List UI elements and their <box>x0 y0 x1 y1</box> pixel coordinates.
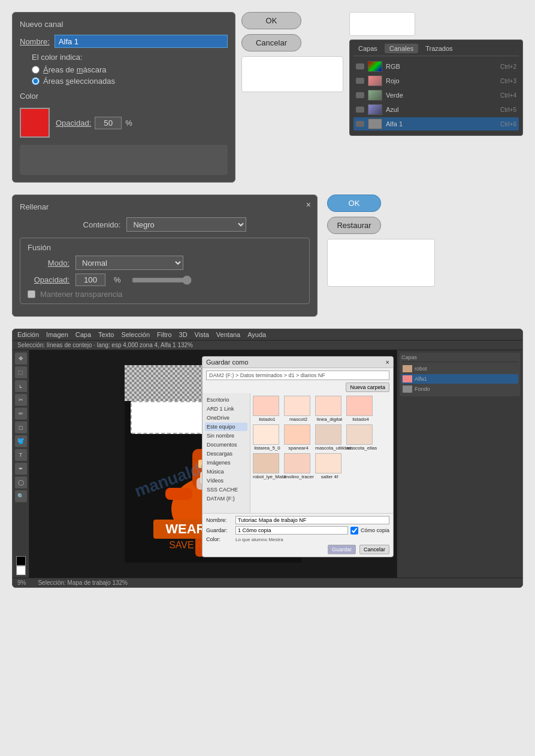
section1-nuevo-canal: Nuevo canal Nombre: El color indica: Áre… <box>12 12 523 183</box>
fd-como-copia-check[interactable] <box>350 527 358 535</box>
color-swatch[interactable] <box>20 108 50 138</box>
layer-row-2[interactable]: Alfa1 <box>401 374 518 384</box>
layer-name-1: robot <box>415 366 427 372</box>
tool-select[interactable]: ⬚ <box>15 366 27 378</box>
fd-cancelar-button[interactable]: Cancelar <box>359 545 389 554</box>
tool-brush[interactable]: ✏ <box>15 408 27 420</box>
fd-close-icon[interactable]: × <box>386 359 389 366</box>
fd-sidebar-onedrive[interactable]: OneDrive <box>205 414 247 422</box>
fd-thumb-1 <box>253 396 279 416</box>
tab-canales[interactable]: Canales <box>385 44 418 53</box>
ok-button[interactable]: OK <box>241 12 301 29</box>
tool-pen[interactable]: ✒ <box>15 463 27 475</box>
tool-text[interactable]: T <box>15 449 27 461</box>
fd-thumb-9 <box>253 453 279 473</box>
fd-sidebar-escritorio[interactable]: Escritorio <box>205 396 247 404</box>
fd-file-7[interactable]: mascota_utilidad <box>315 424 344 451</box>
fd-nombre-input[interactable] <box>235 516 389 524</box>
fd-sidebar-videos[interactable]: Vídeos <box>205 476 247 485</box>
fd-sidebar-ard[interactable]: ARD 1 Link <box>205 405 247 413</box>
opacidad-input-2[interactable] <box>75 274 105 286</box>
modo-select[interactable]: Normal <box>75 256 183 270</box>
fd-como-copia-label: Cómo copia <box>361 527 389 533</box>
menu-edicion[interactable]: Edición <box>17 331 39 338</box>
layer-thumb-3 <box>403 385 412 393</box>
fd-sidebar-sin-nombre[interactable]: Sin nombre <box>205 432 247 440</box>
color-section: Opacidad: % <box>20 105 228 138</box>
tab-capas[interactable]: Capas <box>353 44 382 53</box>
rellenar-restaurar-button[interactable]: Restaurar <box>327 217 381 234</box>
eye-icon-alfa1[interactable] <box>356 121 364 127</box>
tool-crop[interactable]: ✂ <box>15 394 27 406</box>
opacity-label: Opacidad: <box>56 119 91 127</box>
tab-trazados[interactable]: Trazados <box>421 44 457 53</box>
right-panel-layers: Capas robot Alfa1 Fondo <box>400 353 520 396</box>
contenido-select[interactable]: Negro <box>126 217 246 232</box>
fd-sidebar-imagenes[interactable]: Imágenes <box>205 459 247 467</box>
fd-file-11[interactable]: salter 4f <box>315 453 344 479</box>
nombre-input[interactable] <box>55 35 228 48</box>
fd-file-5[interactable]: listarea_5_0 <box>253 424 282 451</box>
fd-sidebar-documentos[interactable]: Documentos <box>205 441 247 449</box>
close-button[interactable]: × <box>306 200 311 210</box>
eye-icon-rgb[interactable] <box>356 63 364 69</box>
bg-color-swatch[interactable] <box>16 566 26 575</box>
tool-shape[interactable]: ◯ <box>15 476 27 488</box>
menu-texto[interactable]: Texto <box>98 331 114 338</box>
fd-thumb-7 <box>315 424 341 445</box>
fd-sidebar-datam[interactable]: DATAM (F:) <box>205 494 247 503</box>
tool-zoom[interactable]: 🔍 <box>15 490 27 502</box>
menu-ayuda[interactable]: Ayuda <box>247 331 266 338</box>
menu-imagen[interactable]: Imagen <box>46 331 68 338</box>
photoshop-main-window: Edición Imagen Capa Texto Selección Filt… <box>12 329 523 588</box>
thumb-verde <box>368 90 382 101</box>
ch-name-azul: Azul <box>386 106 497 113</box>
tool-move[interactable]: ✥ <box>15 353 27 365</box>
fg-color-swatch[interactable] <box>16 556 26 566</box>
eye-icon-rojo[interactable] <box>356 78 364 84</box>
layer-row-3[interactable]: Fondo <box>401 384 518 394</box>
channels-tabs: Capas Canales Trazados <box>353 44 519 56</box>
tool-paint[interactable]: 🪣 <box>15 435 27 447</box>
fd-sidebar-descargas[interactable]: Descargas <box>205 450 247 458</box>
fd-sidebar-equipo[interactable]: Este equipo <box>205 423 247 431</box>
eye-icon-verde[interactable] <box>356 92 364 98</box>
opacity-input[interactable] <box>95 117 122 129</box>
fd-sidebar-sss[interactable]: SSS CACHE <box>205 485 247 494</box>
fd-file-name-6: spanear4 <box>288 445 308 451</box>
fd-file-4[interactable]: listado4 <box>346 396 375 422</box>
fd-thumb-10 <box>284 453 310 473</box>
fd-file-8[interactable]: mascota_ellas <box>346 424 375 451</box>
tool-eraser[interactable]: ◻ <box>15 421 27 433</box>
fd-sidebar-musica[interactable]: Música <box>205 467 247 476</box>
menu-filtro[interactable]: Filtro <box>157 331 171 338</box>
radio-seleccionadas[interactable] <box>32 77 40 85</box>
radio-mascara-label: Áreas de máscara <box>43 65 107 74</box>
nueva-carpeta-button[interactable]: Nueva carpeta <box>346 382 389 392</box>
radio-mascara[interactable] <box>32 66 40 74</box>
menu-seleccion[interactable]: Selección <box>121 331 150 338</box>
fd-file-2[interactable]: mascot2 <box>284 396 313 422</box>
mantener-label: Mantener transparencia <box>40 290 122 299</box>
opacity-slider[interactable] <box>132 275 192 285</box>
ps-toolbar-top: Selección: líneas de contejo · lang: esp… <box>13 341 522 350</box>
layer-row-1[interactable]: robot <box>401 364 518 374</box>
fd-guardar-button[interactable]: Guardar <box>328 545 356 554</box>
menu-ventana[interactable]: Ventana <box>216 331 240 338</box>
fd-file-1[interactable]: listado1 <box>253 396 282 422</box>
tool-lasso[interactable]: ʟ <box>15 380 27 392</box>
menu-capa[interactable]: Capa <box>75 331 91 338</box>
fd-tipo-input[interactable] <box>235 526 348 535</box>
fd-file-10[interactable]: linolino_tracer <box>284 453 313 479</box>
cancelar-button[interactable]: Cancelar <box>241 34 301 51</box>
fd-file-3[interactable]: linea_digital <box>315 396 344 422</box>
mantener-checkbox[interactable] <box>28 290 35 298</box>
fd-file-6[interactable]: spanear4 <box>284 424 313 451</box>
fd-file-name-1: listado1 <box>259 417 276 422</box>
eye-icon-azul[interactable] <box>356 107 364 113</box>
menu-vista[interactable]: Vista <box>195 331 209 338</box>
channel-row-alfa1: Alfa 1 Ctrl+6 <box>353 117 519 130</box>
fd-file-9[interactable]: robot_lye_Mata <box>253 453 282 479</box>
menu-3d[interactable]: 3D <box>179 331 188 338</box>
rellenar-ok-button[interactable]: OK <box>327 195 381 212</box>
